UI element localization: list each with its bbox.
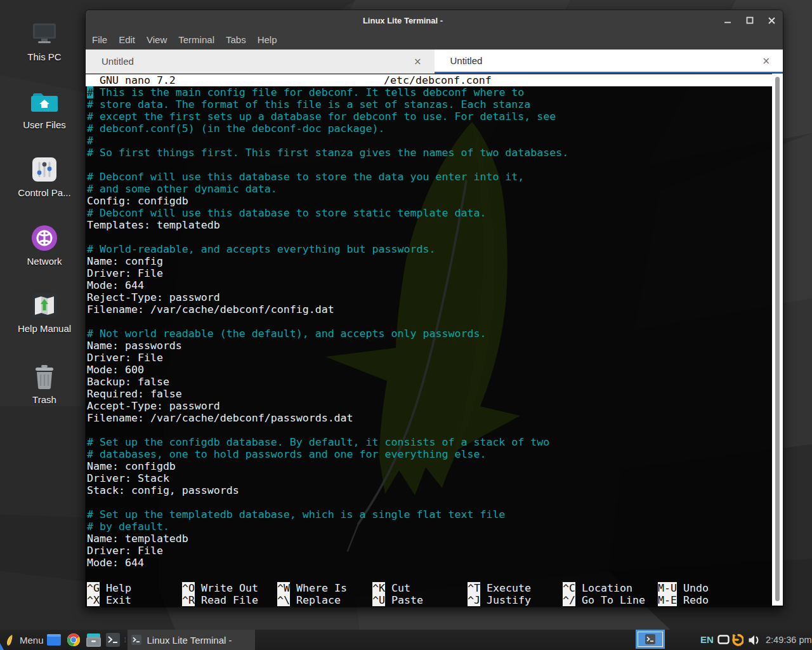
- terminal-line: # Set up the configdb database. By defau…: [86, 436, 772, 448]
- nano-shortcut-read-file: ^R Read File: [182, 594, 258, 606]
- nano-filename: /etc/debconf.conf: [384, 74, 492, 86]
- terminal-line: # This is the main config file for debco…: [86, 86, 772, 98]
- tab-close-icon[interactable]: ×: [762, 50, 770, 72]
- terminal-line: # except the first sets up a database fo…: [86, 110, 772, 123]
- terminal-line: # Debconf will use this database to stor…: [86, 207, 772, 219]
- terminal-line: # store data. The format of this file is…: [86, 98, 772, 110]
- terminal-line: Accept-Type: password: [86, 400, 772, 412]
- taskbar-separator: ⁞: [123, 630, 128, 650]
- terminal-scrollbar[interactable]: [772, 74, 783, 606]
- nano-shortcut-write-out: ^O Write Out: [182, 582, 258, 594]
- terminal-line: # Debconf will use this database to stor…: [86, 171, 772, 183]
- tab-untitled-2[interactable]: Untitled ×: [435, 50, 783, 74]
- nano-shortcut-redo: M-E Redo: [658, 594, 709, 606]
- terminal-screen[interactable]: GNU nano 7.2/etc/debconf.conf# This is t…: [86, 74, 783, 607]
- scrollbar-thumb[interactable]: [775, 77, 780, 601]
- keyboard-layout-indicator[interactable]: EN: [700, 630, 714, 650]
- terminal-line: Backup: false: [86, 376, 772, 388]
- terminal-line: Reject-Type: password: [86, 291, 772, 303]
- volume-tray-icon[interactable]: [748, 635, 760, 646]
- minimize-button[interactable]: [716, 10, 738, 30]
- taskbar-clock[interactable]: 2:49:36 pm: [766, 630, 812, 650]
- terminal-line: # debconf.conf(5) (in the debconf-doc pa…: [86, 123, 772, 135]
- terminal-window: Linux Lite Terminal - FileEditViewTermin…: [86, 10, 783, 607]
- desktop-icon-user-files[interactable]: User Files: [5, 87, 84, 130]
- folder-home-icon: [30, 87, 59, 116]
- terminal-line: Stack: config, passwords: [86, 484, 772, 496]
- menu-tabs[interactable]: Tabs: [220, 30, 252, 50]
- terminal-line: Driver: Stack: [86, 472, 772, 484]
- desktop-icon-control-panel[interactable]: Control Pa...: [5, 155, 84, 198]
- terminal-line: [86, 424, 772, 436]
- close-button[interactable]: [761, 10, 783, 30]
- terminal-line: Driver: File: [86, 352, 772, 364]
- terminal-launcher-icon[interactable]: [105, 632, 121, 647]
- menu-button-label: Menu: [20, 635, 44, 646]
- linux-lite-logo-icon: [4, 634, 15, 646]
- desktop-icon-help-manual[interactable]: Help Manual: [5, 291, 84, 334]
- nano-shortcut-where-is: ^W Where Is: [277, 582, 347, 594]
- nano-shortcut-replace: ^\ Replace: [277, 594, 341, 606]
- terminal-line: Mode: 600: [86, 364, 772, 376]
- tray-terminal-indicator[interactable]: [636, 630, 665, 649]
- tab-bar: Untitled × Untitled ×: [86, 50, 783, 74]
- task-button-label: Linux Lite Terminal -: [147, 635, 232, 646]
- terminal-line: Name: config: [86, 255, 772, 267]
- nano-shortcut-location: ^C Location: [563, 582, 632, 594]
- terminal-line: [86, 159, 772, 171]
- nano-shortcut-undo: M-U Undo: [658, 582, 709, 594]
- menu-file[interactable]: File: [86, 30, 113, 50]
- nano-titlebar: GNU nano 7.2/etc/debconf.conf: [86, 74, 772, 86]
- terminal-line: # Not world readable (the default), and …: [86, 328, 772, 340]
- terminal-line: Name: configdb: [86, 460, 772, 472]
- nano-cursor: #: [87, 86, 93, 98]
- computer-icon: [30, 19, 59, 48]
- desktop-icon-this-pc[interactable]: This PC: [5, 19, 84, 62]
- nano-shortcut-exit: ^X Exit: [87, 594, 131, 606]
- terminal-line: Mode: 644: [86, 279, 772, 291]
- chrome-icon[interactable]: [66, 632, 81, 647]
- tab-close-icon[interactable]: ×: [414, 50, 422, 73]
- trash-icon: [30, 362, 59, 391]
- terminal-line: # databases, one to hold passwords and o…: [86, 448, 772, 460]
- desktop-icon-network[interactable]: Network: [5, 223, 84, 267]
- terminal-line: Driver: File: [86, 267, 772, 279]
- terminal-line: # and some other dynamic data.: [86, 183, 772, 195]
- terminal-line: Mode: 644: [86, 557, 772, 569]
- task-button-terminal[interactable]: Linux Lite Terminal -: [128, 630, 255, 650]
- menu-help[interactable]: Help: [252, 30, 283, 50]
- settings-sliders-icon: [30, 155, 59, 184]
- file-manager-icon[interactable]: [86, 632, 101, 647]
- help-manual-icon: [30, 291, 59, 320]
- desktop-icon-label: User Files: [23, 119, 66, 130]
- menu-view[interactable]: View: [141, 30, 173, 50]
- menu-button[interactable]: Menu: [0, 630, 44, 650]
- nano-shortcut-justify: ^J Justify: [468, 594, 531, 606]
- desktop-icon-label: Network: [27, 256, 62, 267]
- display-tray-icon[interactable]: [717, 635, 730, 645]
- nano-shortcut-go-to-line: ^/ Go To Line: [563, 594, 645, 606]
- menu-terminal[interactable]: Terminal: [173, 30, 220, 50]
- show-desktop-icon[interactable]: [46, 632, 62, 647]
- network-globe-icon: [30, 223, 59, 253]
- terminal-line: Driver: File: [86, 545, 772, 557]
- menu-edit[interactable]: Edit: [113, 30, 141, 50]
- nano-shortcut-help: ^G Help: [87, 582, 131, 594]
- updates-tray-icon[interactable]: [729, 632, 743, 647]
- window-titlebar[interactable]: Linux Lite Terminal -: [86, 10, 783, 30]
- terminal-line: [86, 315, 772, 328]
- window-title: Linux Lite Terminal -: [86, 10, 720, 30]
- tab-untitled-1[interactable]: Untitled ×: [86, 50, 435, 74]
- terminal-line: Name: templatedb: [86, 533, 772, 545]
- terminal-line: [86, 231, 772, 243]
- desktop-icon-label: This PC: [27, 51, 61, 62]
- desktop-icon-trash[interactable]: Trash: [5, 362, 84, 405]
- taskbar: Menu ⁞: [0, 630, 812, 650]
- maximize-button[interactable]: [738, 10, 761, 30]
- window-menubar: FileEditViewTerminalTabsHelp: [86, 30, 783, 50]
- terminal-task-icon: [131, 635, 141, 645]
- desktop-icon-label: Trash: [32, 394, 56, 405]
- nano-shortcut-cut: ^K Cut: [372, 582, 410, 594]
- terminal-line: Filename: /var/cache/debconf/passwords.d…: [86, 412, 772, 424]
- terminal-line: Name: passwords: [86, 340, 772, 352]
